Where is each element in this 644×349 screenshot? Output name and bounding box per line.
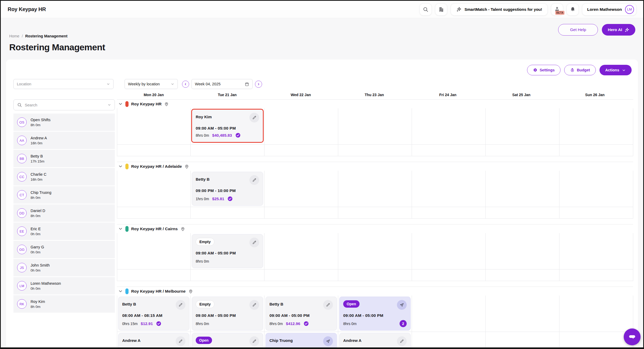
day-cell[interactable] <box>486 171 559 207</box>
day-cell[interactable] <box>338 207 412 219</box>
day-cell[interactable] <box>486 233 559 269</box>
search-button[interactable] <box>420 3 432 16</box>
day-cell[interactable]: Open 09:00 AM - 05:00 PM <box>191 332 264 349</box>
smartmatch-button[interactable]: SmartMatch - Talent suggestions for you! <box>451 3 548 16</box>
shift-card[interactable]: Betty B 09:00 AM - 05:00 PM 8hrs 0m $412… <box>266 297 337 331</box>
day-cell[interactable] <box>486 207 559 219</box>
employee-search-input[interactable] <box>25 103 105 107</box>
day-cell[interactable] <box>117 171 191 207</box>
collapse-group-button[interactable] <box>118 102 123 106</box>
day-cell[interactable]: Open 09:00 AM - 05:00 PM 8hrs 0m 2 <box>338 296 412 332</box>
employee-search-box[interactable] <box>13 99 115 110</box>
employee-list-item[interactable]: AA Andrew A 16h 0m <box>13 132 115 149</box>
shift-card[interactable]: Betty B 09:00 PM - 10:00 PM 1hrs 0m $25.… <box>192 172 263 206</box>
settings-button[interactable]: Settings <box>527 65 561 75</box>
organisation-button[interactable] <box>435 3 447 16</box>
day-cell[interactable] <box>412 145 486 156</box>
labs-beta-button[interactable]: BETA <box>551 3 563 16</box>
day-cell[interactable] <box>559 145 633 156</box>
view-mode-select[interactable]: Weekly by location <box>125 79 178 89</box>
collapse-group-button[interactable] <box>118 289 123 293</box>
day-cell[interactable] <box>338 145 412 156</box>
edit-shift-button[interactable] <box>249 300 259 310</box>
employee-list-item[interactable]: OS Open Shifts 8h 0m <box>13 114 115 131</box>
user-menu[interactable]: Loren Mathewson LM <box>582 3 636 16</box>
edit-shift-button[interactable] <box>249 238 259 247</box>
shift-card[interactable]: Open 09:00 AM - 05:00 PM <box>192 333 263 349</box>
employee-list-item[interactable]: CT Chip Truong 8h 0m <box>13 186 115 204</box>
shift-card[interactable]: Empty 09:00 AM - 05:00 PM 8hrs 0m <box>192 234 263 268</box>
budget-button[interactable]: Budget <box>564 65 596 75</box>
day-cell[interactable] <box>264 108 338 145</box>
day-cell[interactable] <box>559 233 633 269</box>
breadcrumb-home[interactable]: Home <box>9 34 19 38</box>
shift-card[interactable]: Roy Kim 09:00 AM - 05:00 PM 8hrs 0m $40,… <box>191 109 264 143</box>
day-cell[interactable] <box>559 171 633 207</box>
day-cell[interactable] <box>338 233 412 269</box>
day-cell[interactable] <box>191 269 264 281</box>
employee-list-item[interactable]: EE Eric E 0h 0m <box>13 223 115 240</box>
employee-list-item[interactable]: BB Betty B 17h 15m <box>13 150 115 167</box>
edit-shift-button[interactable] <box>249 175 259 185</box>
day-cell[interactable] <box>191 207 264 219</box>
shift-card[interactable]: Open 09:00 AM - 05:00 PM 8hrs 0m 2 <box>339 297 411 331</box>
shift-card[interactable]: Andrew A 09:00 AM - 05:00 PM <box>118 333 189 349</box>
edit-shift-button[interactable] <box>249 336 259 346</box>
shift-card[interactable]: Betty B 08:00 AM - 08:15 AM 0hrs 15m $12… <box>118 297 189 331</box>
day-cell[interactable]: Andrew A 09:00 AM - 05:00 PM <box>338 332 412 349</box>
day-cell[interactable] <box>486 296 559 332</box>
day-cell[interactable] <box>559 296 633 332</box>
employee-list-item[interactable]: JS John Smith 0h 0m <box>13 259 115 276</box>
employee-list-item[interactable]: RK Roy Kim 8h 0m <box>13 295 115 313</box>
publish-shift-button[interactable] <box>397 300 407 310</box>
day-cell[interactable] <box>264 233 338 269</box>
day-cell[interactable] <box>486 145 559 156</box>
day-cell[interactable] <box>117 145 191 156</box>
day-cell[interactable] <box>191 145 264 156</box>
day-cell[interactable] <box>559 332 633 349</box>
day-cell[interactable]: Empty 09:00 AM - 05:00 PM 8hrs 0m <box>191 296 264 332</box>
day-cell[interactable]: Empty 09:00 AM - 05:00 PM 8hrs 0m <box>191 233 264 269</box>
employee-list-item[interactable]: GG Garry G 0h 0m <box>13 241 115 258</box>
day-cell[interactable] <box>412 108 486 145</box>
day-cell[interactable] <box>338 108 412 145</box>
publish-shift-button[interactable] <box>323 336 333 346</box>
day-cell[interactable] <box>338 171 412 207</box>
collapse-group-button[interactable] <box>118 164 123 169</box>
notifications-button[interactable] <box>567 3 579 16</box>
edit-shift-button[interactable] <box>249 113 259 122</box>
day-cell[interactable] <box>486 269 559 281</box>
edit-shift-button[interactable] <box>397 336 407 346</box>
week-picker[interactable]: Week 04, 2025 <box>191 79 253 89</box>
day-cell[interactable] <box>412 171 486 207</box>
shift-card[interactable]: Andrew A 09:00 AM - 05:00 PM <box>339 333 411 349</box>
edit-shift-button[interactable] <box>176 300 185 310</box>
day-cell[interactable] <box>412 207 486 219</box>
day-cell[interactable] <box>117 233 191 269</box>
day-cell[interactable]: Roy Kim 09:00 AM - 05:00 PM 8hrs 0m $40,… <box>191 108 264 145</box>
employee-list-item[interactable]: CC Charlie C 16h 0m <box>13 168 115 185</box>
day-cell[interactable] <box>264 207 338 219</box>
day-cell[interactable]: Betty B 09:00 AM - 05:00 PM 8hrs 0m $412… <box>264 296 338 332</box>
day-cell[interactable] <box>264 171 338 207</box>
day-cell[interactable] <box>412 332 486 349</box>
employee-list-item[interactable]: DD Daniel D 8h 0m <box>13 204 115 222</box>
day-cell[interactable] <box>559 207 633 219</box>
day-cell[interactable] <box>412 296 486 332</box>
previous-week-button[interactable] <box>182 81 189 88</box>
get-help-button[interactable]: Get Help <box>558 24 598 36</box>
day-cell[interactable] <box>412 269 486 281</box>
day-cell[interactable] <box>117 269 191 281</box>
day-cell[interactable] <box>117 207 191 219</box>
shift-card[interactable]: Empty 09:00 AM - 05:00 PM 8hrs 0m <box>192 297 263 331</box>
chat-widget-button[interactable] <box>624 328 641 345</box>
day-cell[interactable]: Chip Truong 09:00 AM - 05:00 PM <box>264 332 338 349</box>
edit-shift-button[interactable] <box>176 336 185 346</box>
actions-button[interactable]: Actions <box>599 65 632 75</box>
day-cell[interactable] <box>486 332 559 349</box>
day-cell[interactable]: Betty B 08:00 AM - 08:15 AM 0hrs 15m $12… <box>117 296 191 332</box>
collapse-group-button[interactable] <box>118 227 123 231</box>
employee-list-item[interactable]: LM Loren Mathewson 0h 0m <box>13 277 115 294</box>
day-cell[interactable] <box>117 108 191 145</box>
day-cell[interactable] <box>412 233 486 269</box>
